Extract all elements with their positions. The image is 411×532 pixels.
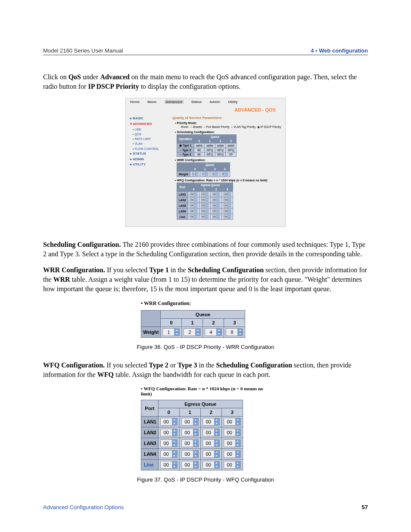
wfq-cell[interactable]: 00▴▾ [199, 192, 211, 197]
queue-header: Queue [161, 311, 245, 319]
spinner-cell[interactable]: 00▲▼ [221, 449, 243, 460]
wfq-cell[interactable]: 00▴▾ [199, 203, 211, 208]
radio-vlan[interactable]: VLAN Tag Priority [234, 125, 255, 128]
wfq-cell[interactable]: 00▴▾ [188, 197, 199, 203]
spinner-cell[interactable]: 00▲▼ [221, 438, 243, 449]
weight-spinner-1[interactable]: 2▲▼ [182, 327, 203, 338]
qos-term: QoS [68, 73, 81, 81]
side-status[interactable]: ▸ STATUS [130, 151, 168, 157]
side-qos[interactable]: • QOS [133, 132, 168, 137]
wfq-cell[interactable]: 00▴▾ [222, 203, 233, 208]
wfq-row: LAN300▴▾00▴▾00▴▾00▴▾ [177, 203, 233, 208]
type2-radio[interactable]: ○ Type 2 [177, 148, 194, 152]
wfq-cell[interactable]: 00▴▾ [199, 214, 211, 220]
weight-spinner-3[interactable]: 8▲▼ [224, 327, 245, 338]
spinner-cell[interactable]: 00▲▼ [221, 427, 243, 438]
port-line: Line [141, 460, 159, 470]
weight-spinner-0[interactable]: 1▲▼ [161, 327, 182, 338]
spinner-cell[interactable]: 00▲▼ [221, 417, 243, 427]
wfq-cell[interactable]: 00▴▾ [199, 197, 211, 203]
wfq-cell[interactable]: 00▴▾ [222, 214, 233, 220]
figure-36: • WRR Configuration: Queue 0 1 2 3 Weigh… [141, 300, 270, 338]
side-advanced[interactable]: ▾ ADVANCED [130, 121, 168, 127]
nav-advanced[interactable]: Advanced [165, 100, 184, 104]
wfq-cell[interactable]: 00▴▾ [199, 208, 211, 214]
weight-2[interactable]: 4▴▾ [210, 171, 220, 177]
wfq-row-lan1: LAN1 00▲▼ 00▲▼ 00▲▼ 00▲▼ [141, 417, 243, 427]
side-line[interactable]: • LINE [133, 127, 168, 132]
side-flow[interactable]: • FLOW CONTROL [133, 146, 168, 151]
weight-1[interactable]: 2▴▾ [200, 171, 210, 177]
spinner-cell[interactable]: 00▲▼ [179, 427, 200, 438]
weight-3[interactable]: 8▴▾ [220, 171, 230, 177]
side-utility[interactable]: ▸ UTILITY [130, 162, 168, 168]
advanced-term: Advanced [100, 73, 129, 81]
spinner-cell[interactable]: 00▲▼ [200, 417, 221, 427]
wrr-conf-heading: WRR Configuration. [43, 266, 107, 274]
spinner-cell[interactable]: 00▲▼ [200, 427, 221, 438]
wfq-cell[interactable]: 00▴▾ [211, 197, 222, 203]
nav-basic[interactable]: Basic [147, 100, 156, 104]
nav-status[interactable]: Status [191, 100, 202, 104]
spinner-cell[interactable]: 00▲▼ [158, 460, 179, 470]
side-basic[interactable]: ▸ BASIC [130, 116, 168, 121]
wfq-cell[interactable]: 00▴▾ [222, 197, 233, 203]
header-right: 4 • Web configuration [311, 47, 368, 54]
text: If you selected [106, 361, 149, 369]
radio-port[interactable]: Port Based Priority [206, 125, 229, 128]
radio-ip-dscp[interactable]: IP DSCP Priority [261, 125, 281, 128]
wfq-cell[interactable]: 00▴▾ [211, 203, 222, 208]
wfq-cell[interactable]: 00▴▾ [222, 192, 233, 197]
type3: Type 3 [177, 361, 197, 369]
col-0: 0 [190, 167, 200, 171]
qsp-title: Quality of Service Parameters: [172, 116, 283, 120]
spinner-cell[interactable]: 00▲▼ [200, 438, 221, 449]
port-label: LAN4 [177, 208, 188, 214]
weight-label: Weight [141, 327, 161, 338]
sched-conf-ref: Scheduling Configuration [188, 266, 264, 274]
spinner-cell[interactable]: 00▲▼ [200, 449, 221, 460]
side-vlan[interactable]: • VLAN [133, 141, 168, 146]
wfq-cell[interactable]: 00▴▾ [188, 203, 199, 208]
spinner-cell[interactable]: 00▲▼ [179, 417, 200, 427]
nav-admin[interactable]: Admin [209, 100, 220, 104]
nav-utility[interactable]: Utility [228, 100, 237, 104]
spinner-cell[interactable]: 00▲▼ [179, 438, 200, 449]
side-rate[interactable]: • RATE LIMIT [133, 137, 168, 141]
col-2: 2 [203, 319, 224, 327]
port-lan3: LAN3 [141, 438, 159, 449]
blank-header [141, 311, 161, 327]
spinner-cell[interactable]: 00▲▼ [200, 460, 221, 470]
port-header: Port [177, 183, 188, 192]
sched-row-type2: ○ Type 2 BE WFQ WFQ WFQ [177, 148, 237, 152]
paragraph-sched: Scheduling Configuration. The 2160 provi… [43, 240, 368, 258]
figure-37: • WFQ Configuration: Rate = n * 1024 kbp… [141, 386, 270, 470]
wfq-cell[interactable]: 00▴▾ [188, 214, 199, 220]
col-1: 1 [199, 187, 211, 192]
radio-disable[interactable]: Disable [193, 125, 202, 128]
wfq-cell[interactable]: 00▴▾ [222, 208, 233, 214]
wfq-ref: WFQ [97, 371, 114, 378]
wfq-cell[interactable]: 00▴▾ [211, 192, 222, 197]
spinner-cell[interactable]: 00▲▼ [179, 449, 200, 460]
spinner-cell[interactable]: 00▲▼ [158, 427, 179, 438]
wfq-cell[interactable]: 00▴▾ [211, 208, 222, 214]
wfq-cell[interactable]: 00▴▾ [188, 192, 199, 197]
sched-row-type1: ◉ Type 1 WRR WRR WRR WRR [177, 143, 237, 148]
spinner-cell[interactable]: 00▲▼ [158, 449, 179, 460]
weight-spinner-2[interactable]: 4▲▼ [203, 327, 224, 338]
spinner-cell[interactable]: 00▲▼ [158, 417, 179, 427]
nav-home[interactable]: Home [130, 100, 140, 104]
side-admin[interactable]: ▸ ADMIN [130, 157, 168, 162]
qos-screenshot: Home Basic Advanced Status Admin Utility… [125, 98, 286, 227]
weight-0[interactable]: 1▴▾ [190, 171, 200, 177]
type1-radio[interactable]: ◉ Type 1 [177, 143, 194, 148]
spinner-cell[interactable]: 00▲▼ [179, 460, 200, 470]
wfq-cell[interactable]: 00▴▾ [188, 208, 199, 214]
spinner-cell[interactable]: 00▲▼ [158, 438, 179, 449]
wfq-cell[interactable]: 00▴▾ [211, 214, 222, 220]
col-1: 1 [200, 167, 210, 171]
spinner-cell[interactable]: 00▲▼ [221, 460, 243, 470]
type3-radio[interactable]: ○ Type 3 [177, 152, 194, 157]
cell: WRR [194, 143, 205, 148]
